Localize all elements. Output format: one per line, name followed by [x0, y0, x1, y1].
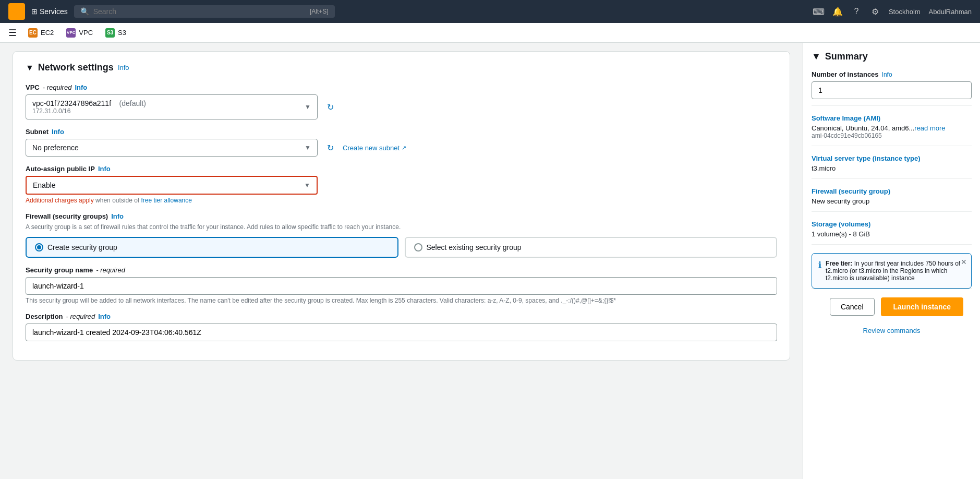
subnet-field: Subnet Info No preference ▼ ↻ Create new… [26, 128, 777, 157]
auto-assign-label: Auto-assign public IP Info [26, 165, 777, 173]
charges-text: Additional charges apply when outside of… [26, 197, 777, 204]
firewall-summary-section: Firewall (security group) New security g… [812, 187, 972, 212]
ami-label[interactable]: Software Image (AMI) [812, 114, 972, 122]
charges-link[interactable]: Additional charges apply [26, 197, 94, 204]
s3-label: S3 [118, 29, 126, 37]
subnet-info-link[interactable]: Info [52, 128, 64, 136]
select-sg-radio [414, 243, 422, 252]
vpc-field: VPC - required Info vpc-01f723247896a211… [26, 83, 777, 119]
instance-type-section: Virtual server type (instance type) t3.m… [812, 154, 972, 179]
ami-id: ami-04cdc91e49cb06165 [812, 132, 972, 139]
ec2-label: EC2 [41, 29, 54, 37]
aws-logo [8, 3, 25, 20]
desc-input[interactable] [26, 324, 777, 341]
storage-value: 1 volume(s) - 8 GiB [812, 230, 972, 238]
instance-type-label[interactable]: Virtual server type (instance type) [812, 154, 972, 162]
subnet-label: Subnet Info [26, 128, 777, 136]
nav-right: ⌨ 🔔 ? ⚙ Stockholm AbdulRahman [814, 6, 972, 17]
free-tier-close-button[interactable]: ✕ [961, 258, 967, 266]
cancel-button[interactable]: Cancel [830, 298, 875, 316]
top-nav: ⊞ Services 🔍 [Alt+S] ⌨ 🔔 ? ⚙ Stockholm A… [0, 0, 980, 23]
instances-info-link[interactable]: Info [882, 71, 892, 78]
subnet-refresh-button[interactable]: ↻ [322, 139, 338, 156]
select-sg-option[interactable]: Select existing security group [405, 237, 778, 258]
create-subnet-link[interactable]: Create new subnet ↗ [343, 144, 406, 152]
ami-read-more[interactable]: read more [914, 124, 945, 132]
auto-assign-info-link[interactable]: Info [98, 165, 111, 173]
region-selector[interactable]: Stockholm [889, 8, 921, 16]
left-content: ▼ Network settings Info VPC - required I… [0, 43, 803, 479]
vpc-label: VPC [79, 29, 93, 37]
storage-section: Storage (volumes) 1 volume(s) - 8 GiB [812, 220, 972, 245]
firewall-info-link[interactable]: Info [111, 212, 124, 220]
search-bar[interactable]: 🔍 [Alt+S] [74, 5, 335, 18]
tab-vpc[interactable]: VPC VPC [61, 25, 98, 41]
auto-assign-select-row: Enable ▼ [26, 176, 777, 195]
create-sg-label: Create security group [47, 243, 117, 252]
section-header: ▼ Network settings Info [26, 62, 777, 73]
subnet-chevron: ▼ [305, 144, 311, 151]
firewall-summary-value: New security group [812, 197, 972, 205]
settings-icon[interactable]: ⚙ [870, 6, 880, 17]
ec2-badge: EC [28, 28, 38, 38]
network-settings-card: ▼ Network settings Info VPC - required I… [13, 51, 790, 361]
ami-section: Software Image (AMI) Canonical, Ubuntu, … [812, 114, 972, 146]
tab-ec2[interactable]: EC EC2 [23, 25, 59, 41]
firewall-label: Firewall (security groups) Info [26, 212, 777, 220]
network-info-link[interactable]: Info [118, 64, 129, 71]
vpc-info-link[interactable]: Info [75, 83, 87, 91]
summary-title: ▼ Summary [812, 51, 972, 62]
instances-label: Number of instances [812, 70, 879, 78]
section-title: Network settings [38, 62, 114, 73]
service-tabs: ☰ EC EC2 VPC VPC S3 S3 [0, 23, 980, 43]
vpc-select[interactable]: vpc-01f723247896a211f (default) 172.31.0… [26, 94, 318, 119]
firewall-summary-label[interactable]: Firewall (security group) [812, 187, 972, 195]
search-input[interactable] [93, 7, 306, 16]
hamburger-menu[interactable]: ☰ [8, 27, 17, 39]
ami-value: Canonical, Ubuntu, 24.04, amd6...read mo… [812, 124, 972, 132]
search-shortcut: [Alt+S] [310, 8, 329, 15]
search-icon: 🔍 [80, 7, 89, 16]
services-label: Services [40, 7, 68, 16]
desc-label: Description - required Info [26, 313, 777, 320]
desc-info-link[interactable]: Info [98, 313, 111, 320]
auto-assign-select[interactable]: Enable ▼ [26, 176, 318, 195]
review-commands-link[interactable]: Review commands [812, 327, 972, 334]
instance-type-value: t3.micro [812, 164, 972, 172]
instances-input[interactable] [812, 81, 972, 99]
summary-collapse-arrow[interactable]: ▼ [812, 51, 821, 62]
tab-s3[interactable]: S3 S3 [100, 25, 131, 41]
summary-panel: ▼ Summary Number of instances Info Softw… [803, 43, 980, 479]
vpc-value: vpc-01f723247896a211f (default) [32, 99, 146, 107]
auto-assign-chevron: ▼ [304, 182, 310, 189]
create-sg-option[interactable]: Create security group [26, 237, 398, 258]
bottom-bar: Cancel Launch instance [812, 289, 972, 325]
vpc-refresh-button[interactable]: ↻ [322, 99, 338, 115]
auto-assign-value: Enable [33, 181, 56, 189]
help-icon[interactable]: ? [851, 6, 862, 17]
select-sg-label: Select existing security group [427, 243, 522, 252]
vpc-select-row: vpc-01f723247896a211f (default) 172.31.0… [26, 94, 777, 119]
free-tier-link[interactable]: free tier allowance [141, 197, 192, 204]
user-menu[interactable]: AbdulRahman [929, 8, 972, 16]
subnet-select[interactable]: No preference ▼ [26, 139, 318, 157]
storage-label[interactable]: Storage (volumes) [812, 220, 972, 228]
s3-badge: S3 [105, 28, 115, 38]
vpc-label: VPC - required Info [26, 83, 777, 91]
create-sg-radio [35, 243, 43, 252]
launch-instance-button[interactable]: Launch instance [881, 297, 963, 316]
instances-section: Number of instances Info [812, 70, 972, 106]
collapse-arrow[interactable]: ▼ [26, 63, 34, 73]
vpc-cidr: 172.31.0.0/16 [32, 107, 146, 115]
subnet-select-row: No preference ▼ ↻ Create new subnet ↗ [26, 139, 777, 157]
vpc-badge: VPC [66, 28, 76, 38]
terminal-icon[interactable]: ⌨ [814, 6, 824, 17]
services-menu[interactable]: ⊞ Services [31, 7, 68, 16]
sg-name-field: Security group name - required This secu… [26, 266, 777, 304]
bell-icon[interactable]: 🔔 [832, 6, 843, 17]
sg-name-input[interactable] [26, 277, 777, 295]
subnet-value: No preference [32, 143, 79, 152]
vpc-chevron: ▼ [305, 103, 311, 111]
sg-name-hint: This security group will be added to all… [26, 297, 777, 304]
external-link-icon: ↗ [402, 145, 406, 151]
